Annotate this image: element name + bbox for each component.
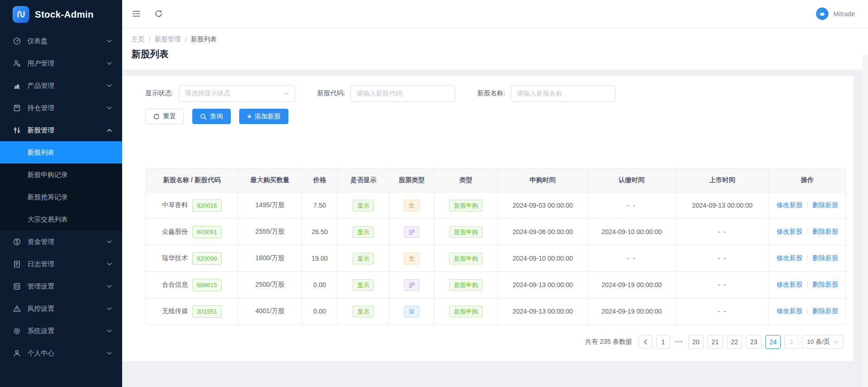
price: 26.50 <box>302 219 338 245</box>
avatar <box>816 7 829 20</box>
table-row: 众鑫股份6030912555/万股26.50显示沪新股申购2024-09-06 … <box>146 219 846 245</box>
sidebar-submenu-newstock-mgmt: 新股列表新股申购记录新股抢筹记录大宗交易列表 <box>0 141 122 230</box>
topbar: Mitrade <box>122 0 868 28</box>
delete-stock-link[interactable]: 删除新股 <box>812 254 838 262</box>
status-select-placeholder: 请选择显示状态 <box>185 89 284 98</box>
page-size-select[interactable]: 10 条/页 <box>802 335 843 349</box>
sidebar-item-label: 管理设置 <box>27 282 107 291</box>
user-name: Mitrade <box>833 10 855 18</box>
delete-stock-link[interactable]: 删除新股 <box>812 201 838 209</box>
table-row: 合合信息6886152500/万股0.00显示沪新股申购2024-09-13 0… <box>146 272 846 298</box>
max-buy-amount: 2500/万股 <box>238 272 302 298</box>
sidebar-subitem-newstock-list[interactable]: 新股列表 <box>0 141 122 164</box>
box-icon <box>13 104 21 112</box>
name-input[interactable] <box>511 85 615 102</box>
edit-stock-link[interactable]: 修改新股 <box>777 228 803 235</box>
person-icon <box>13 349 21 357</box>
chevron-down-icon <box>834 341 839 344</box>
sidebar-item-label: 用户管理 <box>27 59 107 68</box>
edit-stock-link[interactable]: 修改新股 <box>777 307 803 315</box>
column-header: 类型 <box>434 169 498 192</box>
add-stock-button[interactable]: +添加新股 <box>239 109 288 124</box>
column-header: 认缴时间 <box>587 169 676 192</box>
code-input[interactable] <box>351 85 455 102</box>
sidebar-item-user-mgmt[interactable]: 用户管理 <box>0 52 122 74</box>
visible-tag: 显示 <box>352 253 374 264</box>
query-button[interactable]: 查询 <box>192 109 231 124</box>
delete-stock-link[interactable]: 删除新股 <box>812 228 838 235</box>
sidebar-item-newstock-mgmt[interactable]: 新股管理 <box>0 119 122 141</box>
apply-time: 2024-09-06 00:00:00 <box>498 219 587 245</box>
dashboard-icon <box>13 37 21 45</box>
sidebar: Stock-Admin 仪表盘用户管理产品管理持仓管理新股管理新股列表新股申购记… <box>0 0 122 387</box>
delete-stock-link[interactable]: 删除新股 <box>812 307 838 315</box>
status-select[interactable]: 请选择显示状态 <box>179 85 295 102</box>
sidebar-menu: 仪表盘用户管理产品管理持仓管理新股管理新股列表新股申购记录新股抢筹记录大宗交易列… <box>0 29 122 364</box>
pagination-page-23[interactable]: 23 <box>746 335 762 349</box>
pay-time: 2024-09-19 00:00:00 <box>587 298 676 325</box>
stock-name: 中草香料 <box>162 201 188 210</box>
sidebar-item-label: 产品管理 <box>27 81 107 90</box>
visible-tag: 显示 <box>352 306 374 317</box>
action-divider <box>807 255 808 261</box>
market-tag: 深 <box>404 306 419 317</box>
sidebar-item-log-mgmt[interactable]: 日志管理 <box>0 253 122 275</box>
sidebar-item-system-settings[interactable]: 系统设置 <box>0 320 122 342</box>
breadcrumb-item[interactable]: 新股管理 <box>155 35 181 44</box>
max-buy-amount: 1495/万股 <box>238 192 302 219</box>
pagination-page-1[interactable]: 1 <box>656 335 670 349</box>
pagination-prev-button[interactable] <box>639 335 653 349</box>
page-head: 主页/新股管理/新股列表 新股列表 <box>122 28 868 70</box>
chevron-up-icon <box>107 129 112 132</box>
pay-time: - - <box>587 245 676 272</box>
name-filter-label: 新股名称: <box>477 89 505 98</box>
list-card: 显示状态: 请选择显示状态 新股代码: 新股名称: <box>122 76 854 361</box>
pay-time: 2024-09-19 00:00:00 <box>587 272 676 298</box>
sidebar-item-dashboard[interactable]: 仪表盘 <box>0 30 122 52</box>
sidebar-item-label: 资金管理 <box>27 237 107 246</box>
pagination-ellipsis[interactable]: ••• <box>674 339 685 345</box>
reset-button[interactable]: 重置 <box>145 109 184 124</box>
edit-stock-link[interactable]: 修改新股 <box>777 201 803 209</box>
user-menu[interactable]: Mitrade <box>816 7 855 20</box>
pagination-next-button[interactable] <box>784 335 798 349</box>
chevron-down-icon <box>107 285 112 288</box>
edit-stock-link[interactable]: 修改新股 <box>777 254 803 262</box>
pagination-page-22[interactable]: 22 <box>727 335 743 349</box>
action-divider <box>807 202 808 208</box>
user-search-icon <box>13 59 21 67</box>
pagination-page-21[interactable]: 21 <box>707 335 723 349</box>
sidebar-subitem-newstock-subscribe-records[interactable]: 新股申购记录 <box>0 164 122 186</box>
chart-icon <box>13 82 21 90</box>
type-tag: 新股申购 <box>449 279 483 291</box>
refresh-icon[interactable] <box>154 9 165 19</box>
sidebar-subitem-block-trade-list[interactable]: 大宗交易列表 <box>0 208 122 230</box>
code-filter-label: 新股代码: <box>317 89 345 98</box>
sidebar-item-position-mgmt[interactable]: 持仓管理 <box>0 97 122 119</box>
pagination-page-24[interactable]: 24 <box>765 335 781 349</box>
stock-table: 新股名称 / 新股代码最大购买数量价格是否显示股票类型类型申购时间认缴时间上市时… <box>145 168 846 325</box>
sidebar-item-product-mgmt[interactable]: 产品管理 <box>0 74 122 97</box>
collapse-sidebar-icon[interactable] <box>131 9 143 19</box>
breadcrumb-separator: / <box>185 36 187 43</box>
sidebar-item-admin-settings[interactable]: 管理设置 <box>0 275 122 297</box>
list-time: - - <box>676 219 769 245</box>
breadcrumb-item[interactable]: 主页 <box>131 35 144 44</box>
app-logo-icon <box>13 6 29 23</box>
sidebar-item-label: 仪表盘 <box>27 37 107 46</box>
sidebar-item-label: 个人中心 <box>27 349 107 358</box>
stock-name: 合合信息 <box>162 281 188 289</box>
delete-stock-link[interactable]: 删除新股 <box>812 281 838 288</box>
sidebar-item-risk-settings[interactable]: 风控设置 <box>0 297 122 320</box>
sidebar-item-profile[interactable]: 个人中心 <box>0 342 122 364</box>
visible-tag: 显示 <box>352 226 374 238</box>
sidebar-item-label: 系统设置 <box>27 327 107 335</box>
sidebar-item-funds-mgmt[interactable]: 资金管理 <box>0 230 122 253</box>
panel-icon <box>13 282 21 290</box>
stock-name: 瑞华技术 <box>162 254 188 262</box>
edit-stock-link[interactable]: 修改新股 <box>777 281 803 288</box>
warning-icon <box>13 305 21 313</box>
sidebar-subitem-newstock-grab-records[interactable]: 新股抢筹记录 <box>0 186 122 208</box>
table-row: 瑞华技术9200991600/万股19.00显示北新股申购2024-09-10 … <box>146 245 846 272</box>
pagination-page-20[interactable]: 20 <box>688 335 704 349</box>
